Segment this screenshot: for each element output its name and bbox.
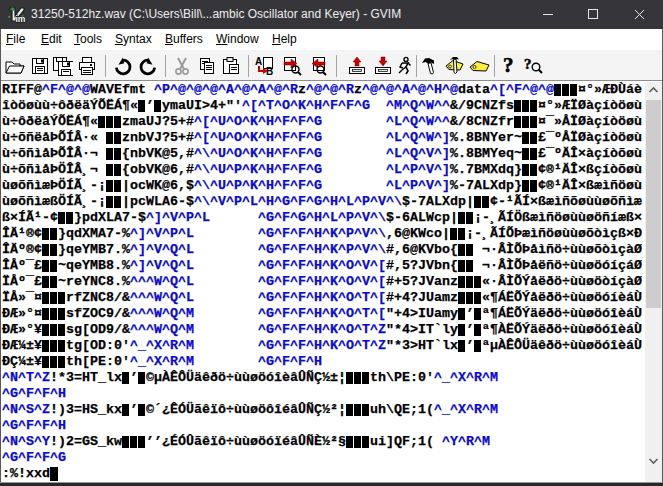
svg-text:?: ? — [503, 55, 514, 75]
svg-text:B: B — [266, 66, 273, 76]
svg-text:A: A — [255, 56, 262, 67]
svg-text:im: im — [16, 14, 26, 24]
svg-text:?: ? — [524, 56, 532, 72]
